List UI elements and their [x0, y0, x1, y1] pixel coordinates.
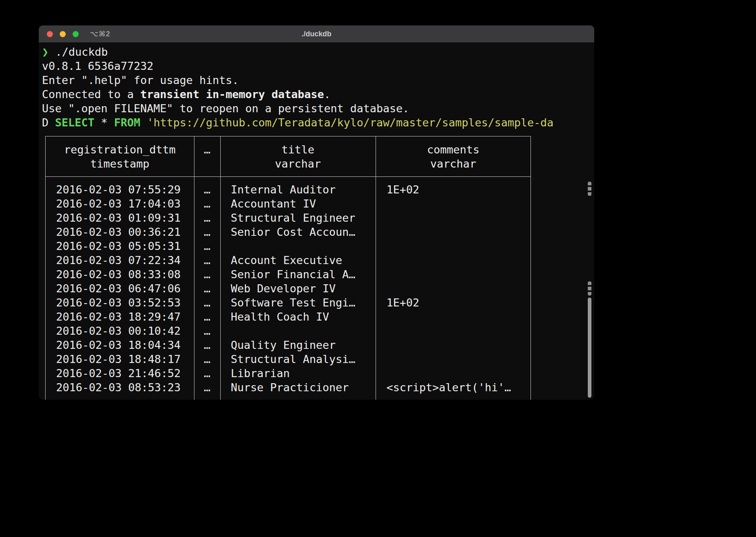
cell-title: [220, 324, 376, 338]
table-body: 2016-02-03 07:55:29 … Internal Auditor 1…: [46, 177, 530, 394]
terminal-content: ❯./duckdb v0.8.1 6536a77232 Enter ".help…: [39, 42, 594, 400]
cell-ellipsis: …: [194, 352, 220, 366]
desktop-background: ⌥⌘2 ./duckdb ❯./duckdb v0.8.1 6536a77232…: [0, 0, 756, 537]
from-keyword: FROM: [114, 116, 140, 129]
prompt-line: ❯./duckdb: [42, 45, 594, 59]
terminal-window: ⌥⌘2 ./duckdb ❯./duckdb v0.8.1 6536a77232…: [39, 25, 594, 400]
cell-title: [220, 239, 376, 253]
cell-comments: [376, 211, 531, 225]
table-row: 2016-02-03 18:29:47 … Health Coach IV: [46, 310, 530, 324]
connected-emphasis: transient in-memory database: [140, 88, 324, 101]
column-type: varchar: [376, 157, 531, 171]
cell-title: Senior Cost Accoun…: [220, 225, 376, 239]
connected-line: Connected to a transient in-memory datab…: [42, 87, 594, 101]
column-divider: [376, 136, 376, 400]
header-title: title varchar: [220, 143, 376, 171]
connected-suffix: .: [324, 88, 330, 101]
cell-registration-dttm: 2016-02-03 21:46:52: [46, 366, 194, 380]
cell-title: Software Test Engi…: [220, 296, 376, 310]
cell-title: Nurse Practicioner: [220, 380, 376, 394]
column-divider: [194, 136, 194, 400]
table-row: 2016-02-03 00:10:42 …: [46, 324, 530, 338]
cell-title: Account Executive: [220, 253, 376, 267]
cell-ellipsis: …: [194, 296, 220, 310]
cell-registration-dttm: 2016-02-03 18:04:34: [46, 338, 194, 352]
cell-comments: 1E+02: [376, 296, 531, 310]
column-type: [194, 157, 220, 171]
cell-registration-dttm: 2016-02-03 06:47:06: [46, 281, 194, 296]
cell-comments: [376, 352, 531, 366]
cell-title: Librarian: [220, 366, 376, 380]
cell-title: Structural Analysi…: [220, 352, 376, 366]
cell-comments: [376, 253, 531, 267]
cell-comments: [376, 281, 531, 296]
column-type: varchar: [220, 157, 376, 171]
query-line: D SELECT * FROM 'https://github.com/Tera…: [42, 115, 594, 130]
cell-comments: [376, 338, 531, 352]
query-string: 'https://github.com/Teradata/kylo/raw/ma…: [140, 116, 553, 129]
column-name: title: [220, 143, 376, 157]
star-segment: *: [94, 116, 114, 129]
table-row: 2016-02-03 05:05:31 …: [46, 239, 530, 253]
window-titlebar[interactable]: ⌥⌘2 ./duckdb: [39, 25, 594, 42]
cell-registration-dttm: 2016-02-03 17:04:03: [46, 197, 194, 211]
cell-title: Quality Engineer: [220, 338, 376, 352]
prompt-chevron-icon: ❯: [42, 46, 48, 58]
table-row: 2016-02-03 08:33:08 … Senior Financial A…: [46, 267, 530, 281]
command-text: ./duckdb: [55, 46, 108, 58]
table-header: registration_dttm timestamp … title varc…: [46, 136, 530, 177]
cell-registration-dttm: 2016-02-03 08:53:23: [46, 380, 194, 394]
cell-registration-dttm: 2016-02-03 08:33:08: [46, 267, 194, 281]
table-row: 2016-02-03 17:04:03 … Accountant IV: [46, 197, 530, 211]
cell-comments: 1E+02: [376, 182, 531, 197]
connected-prefix: Connected to a: [42, 88, 140, 101]
table-row: 2016-02-03 18:04:34 … Quality Engineer: [46, 338, 530, 352]
table-row: 2016-02-03 03:52:53 … Software Test Engi…: [46, 296, 530, 310]
cell-comments: [376, 366, 531, 380]
cell-registration-dttm: 2016-02-03 07:55:29: [46, 182, 194, 197]
header-registration-dttm: registration_dttm timestamp: [46, 143, 194, 171]
cell-comments: <script>alert('hi'…: [376, 380, 531, 394]
cell-comments: [376, 239, 531, 253]
cell-ellipsis: …: [194, 225, 220, 239]
cell-title: Accountant IV: [220, 197, 376, 211]
cell-comments: [376, 310, 531, 324]
table-row: 2016-02-03 08:53:23 … Nurse Practicioner…: [46, 380, 530, 394]
cell-title: Web Developer IV: [220, 281, 376, 296]
column-name: …: [194, 143, 220, 157]
cell-ellipsis: …: [194, 211, 220, 225]
cell-ellipsis: …: [194, 380, 220, 394]
help-hint-line: Enter ".help" for usage hints.: [42, 73, 594, 87]
scrollbar-thumb[interactable]: [588, 298, 591, 398]
version-line: v0.8.1 6536a77232: [42, 59, 594, 73]
scrollbar-mark: [588, 281, 591, 296]
cell-title: Internal Auditor: [220, 182, 376, 197]
cell-ellipsis: …: [194, 182, 220, 197]
cell-registration-dttm: 2016-02-03 00:10:42: [46, 324, 194, 338]
table-row: 2016-02-03 00:36:21 … Senior Cost Accoun…: [46, 225, 530, 239]
table-row: 2016-02-03 18:48:17 … Structural Analysi…: [46, 352, 530, 366]
cell-ellipsis: …: [194, 366, 220, 380]
cell-ellipsis: …: [194, 239, 220, 253]
cell-title: Senior Financial A…: [220, 267, 376, 281]
header-comments: comments varchar: [376, 143, 531, 171]
column-divider: [220, 136, 221, 400]
result-table: registration_dttm timestamp … title varc…: [45, 136, 531, 400]
open-hint-line: Use ".open FILENAME" to reopen on a pers…: [42, 101, 594, 115]
cell-registration-dttm: 2016-02-03 05:05:31: [46, 239, 194, 253]
db-prompt: D: [42, 116, 55, 129]
table-row: 2016-02-03 07:22:34 … Account Executive: [46, 253, 530, 267]
cell-ellipsis: …: [194, 267, 220, 281]
table-row: 2016-02-03 21:46:52 … Librarian: [46, 366, 530, 380]
scrollbar-mark: [588, 182, 591, 196]
cell-registration-dttm: 2016-02-03 00:36:21: [46, 225, 194, 239]
cell-comments: [376, 225, 531, 239]
cell-ellipsis: …: [194, 253, 220, 267]
column-name: registration_dttm: [46, 143, 194, 157]
table-row: 2016-02-03 06:47:06 … Web Developer IV: [46, 281, 530, 296]
table-row: 2016-02-03 07:55:29 … Internal Auditor 1…: [46, 182, 530, 197]
cell-ellipsis: …: [194, 310, 220, 324]
cell-ellipsis: …: [194, 197, 220, 211]
window-title: ./duckdb: [39, 30, 594, 38]
cell-registration-dttm: 2016-02-03 18:48:17: [46, 352, 194, 366]
